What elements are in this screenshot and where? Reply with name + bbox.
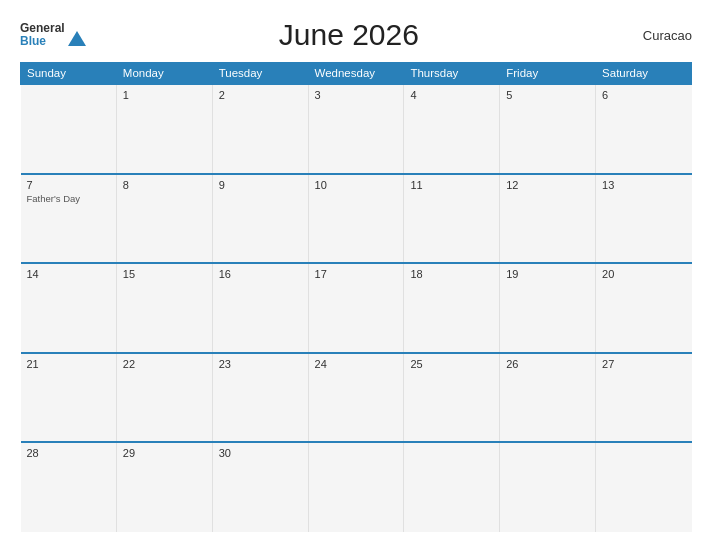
col-wednesday: Wednesday bbox=[308, 63, 404, 85]
calendar-cell: 17 bbox=[308, 263, 404, 353]
calendar-week-4: 21222324252627 bbox=[21, 353, 692, 443]
calendar-cell bbox=[500, 442, 596, 532]
calendar-page: General Blue June 2026 Curacao Sunday Mo… bbox=[0, 0, 712, 550]
day-number: 15 bbox=[123, 268, 206, 280]
calendar-body: 1234567Father's Day891011121314151617181… bbox=[21, 84, 692, 532]
day-number: 4 bbox=[410, 89, 493, 101]
calendar-cell: 27 bbox=[596, 353, 692, 443]
calendar-cell: 3 bbox=[308, 84, 404, 174]
calendar-week-2: 7Father's Day8910111213 bbox=[21, 174, 692, 264]
day-number: 16 bbox=[219, 268, 302, 280]
day-event: Father's Day bbox=[27, 193, 110, 204]
calendar-cell bbox=[308, 442, 404, 532]
day-number: 20 bbox=[602, 268, 685, 280]
day-number: 7 bbox=[27, 179, 110, 191]
logo-triangle-icon bbox=[68, 31, 86, 46]
day-number: 10 bbox=[315, 179, 398, 191]
region-label: Curacao bbox=[612, 28, 692, 43]
calendar-cell: 25 bbox=[404, 353, 500, 443]
day-number: 18 bbox=[410, 268, 493, 280]
calendar-cell: 2 bbox=[212, 84, 308, 174]
day-number: 5 bbox=[506, 89, 589, 101]
day-number: 1 bbox=[123, 89, 206, 101]
day-number: 29 bbox=[123, 447, 206, 459]
calendar-cell: 1 bbox=[116, 84, 212, 174]
day-number: 2 bbox=[219, 89, 302, 101]
calendar-table: Sunday Monday Tuesday Wednesday Thursday… bbox=[20, 62, 692, 532]
day-number: 8 bbox=[123, 179, 206, 191]
day-number: 19 bbox=[506, 268, 589, 280]
day-number: 22 bbox=[123, 358, 206, 370]
day-number: 13 bbox=[602, 179, 685, 191]
calendar-cell: 19 bbox=[500, 263, 596, 353]
calendar-cell: 5 bbox=[500, 84, 596, 174]
calendar-cell: 30 bbox=[212, 442, 308, 532]
day-number: 30 bbox=[219, 447, 302, 459]
day-number: 14 bbox=[27, 268, 110, 280]
calendar-cell: 23 bbox=[212, 353, 308, 443]
col-tuesday: Tuesday bbox=[212, 63, 308, 85]
col-monday: Monday bbox=[116, 63, 212, 85]
calendar-cell: 6 bbox=[596, 84, 692, 174]
col-sunday: Sunday bbox=[21, 63, 117, 85]
calendar-cell: 24 bbox=[308, 353, 404, 443]
day-number: 23 bbox=[219, 358, 302, 370]
calendar-week-5: 282930 bbox=[21, 442, 692, 532]
day-number: 12 bbox=[506, 179, 589, 191]
calendar-cell: 8 bbox=[116, 174, 212, 264]
calendar-cell: 14 bbox=[21, 263, 117, 353]
calendar-cell: 11 bbox=[404, 174, 500, 264]
calendar-header-row: Sunday Monday Tuesday Wednesday Thursday… bbox=[21, 63, 692, 85]
day-number: 9 bbox=[219, 179, 302, 191]
calendar-cell: 28 bbox=[21, 442, 117, 532]
day-number: 28 bbox=[27, 447, 110, 459]
day-number: 21 bbox=[27, 358, 110, 370]
calendar-cell: 18 bbox=[404, 263, 500, 353]
day-number: 11 bbox=[410, 179, 493, 191]
day-number: 26 bbox=[506, 358, 589, 370]
calendar-header: General Blue June 2026 Curacao bbox=[20, 18, 692, 52]
calendar-cell: 12 bbox=[500, 174, 596, 264]
col-friday: Friday bbox=[500, 63, 596, 85]
calendar-week-3: 14151617181920 bbox=[21, 263, 692, 353]
calendar-cell: 15 bbox=[116, 263, 212, 353]
day-number: 6 bbox=[602, 89, 685, 101]
calendar-cell: 29 bbox=[116, 442, 212, 532]
calendar-cell: 7Father's Day bbox=[21, 174, 117, 264]
calendar-cell: 4 bbox=[404, 84, 500, 174]
calendar-cell: 13 bbox=[596, 174, 692, 264]
col-thursday: Thursday bbox=[404, 63, 500, 85]
calendar-cell: 10 bbox=[308, 174, 404, 264]
day-number: 25 bbox=[410, 358, 493, 370]
day-number: 3 bbox=[315, 89, 398, 101]
calendar-cell: 26 bbox=[500, 353, 596, 443]
logo-blue-text: Blue bbox=[20, 35, 65, 48]
col-saturday: Saturday bbox=[596, 63, 692, 85]
calendar-cell bbox=[404, 442, 500, 532]
calendar-title: June 2026 bbox=[86, 18, 612, 52]
calendar-cell bbox=[596, 442, 692, 532]
calendar-cell: 9 bbox=[212, 174, 308, 264]
calendar-cell bbox=[21, 84, 117, 174]
logo: General Blue bbox=[20, 22, 86, 48]
calendar-cell: 22 bbox=[116, 353, 212, 443]
calendar-cell: 16 bbox=[212, 263, 308, 353]
day-number: 27 bbox=[602, 358, 685, 370]
calendar-cell: 21 bbox=[21, 353, 117, 443]
day-number: 17 bbox=[315, 268, 398, 280]
calendar-week-1: 123456 bbox=[21, 84, 692, 174]
calendar-cell: 20 bbox=[596, 263, 692, 353]
day-number: 24 bbox=[315, 358, 398, 370]
